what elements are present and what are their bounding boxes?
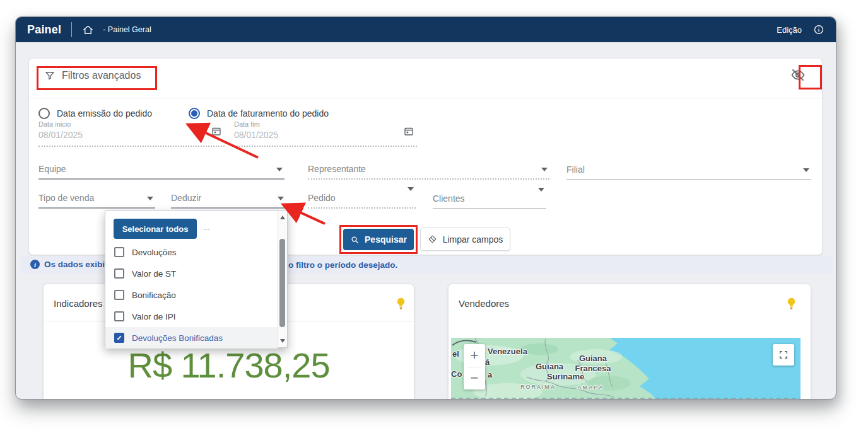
tipo-venda-select[interactable]: Tipo de venda [38,188,155,209]
filters-header-divider [29,98,822,98]
checkbox-checked-icon[interactable] [114,333,124,343]
date-start-field[interactable]: Data inicio 08/01/2025 [38,120,225,147]
chevron-down-icon[interactable] [408,187,414,191]
option-label: Valor de ST [132,269,176,279]
option-label: Devoluções Bonificadas [132,333,223,343]
checkbox-unchecked-icon[interactable] [114,247,124,257]
radio-data-faturamento[interactable]: Data de faturamento do pedido [189,108,329,119]
option-devolucoes[interactable]: Devoluções [105,241,278,263]
checkbox-unchecked-icon[interactable] [114,311,124,321]
dropdown-ellipsis: ... [203,222,210,232]
chevron-down-icon[interactable] [278,197,284,200]
lightbulb-icon[interactable] [786,297,797,313]
chevron-down-icon[interactable] [538,188,544,192]
calendar-icon[interactable] [403,125,414,139]
map-label-suriname: Suriname [547,372,584,381]
map-label-fragment: el [452,349,459,359]
equipe-select[interactable]: Equipe [38,159,284,180]
equipe-select-label: Equipe [38,164,66,174]
select-all-button[interactable]: Selecionar todos [114,219,197,239]
pedido-select[interactable]: Pedido [308,188,416,209]
header-divider [71,22,72,37]
date-type-radio-group: Data emissão do pedido Data de faturamen… [38,108,329,119]
eye-off-icon[interactable] [790,67,806,85]
calendar-icon[interactable] [211,125,222,139]
zoom-in-button[interactable]: + [464,344,485,367]
option-label: Devoluções [132,248,177,257]
indicator-value: R$ 11.738,25 [44,345,414,386]
map-label-venezuela: Venezuela [488,347,527,356]
checkbox-unchecked-icon[interactable] [114,290,124,300]
option-bonificacao[interactable]: Bonificação [105,284,278,306]
info-circle-icon: i [30,260,40,269]
search-button[interactable]: Pesquisar [343,229,414,250]
chevron-down-icon[interactable] [803,168,809,172]
map-label-roraima: RORAIMA [520,383,556,390]
eraser-icon [428,234,437,244]
dropdown-options-list: Devoluções Valor de ST Bonificação Valor… [105,241,278,349]
deduzir-select[interactable]: Deduzir [171,188,286,209]
breadcrumb: - Painel Geral [103,25,151,34]
map-label-fragment: á [485,357,490,367]
radio-data-emissao[interactable]: Data emissão do pedido [38,108,152,119]
fullscreen-button[interactable] [773,344,794,366]
page-content: Filtros avançados Data emissão do pedido [16,42,836,399]
filter-funnel-icon [44,70,56,81]
dropdown-scrollbar[interactable] [278,211,287,347]
option-devolucoes-bonificadas[interactable]: Devoluções Bonificadas [105,327,278,349]
scroll-up-icon[interactable] [280,216,285,219]
app-window: Painel - Painel Geral Edição [15,16,836,400]
filial-select-label: Filial [566,164,585,175]
filters-title: Filtros avançados [44,70,141,81]
map-label-fragment: a [488,370,492,379]
chevron-down-icon[interactable] [276,168,283,171]
lightbulb-icon[interactable] [396,297,406,313]
chevron-down-icon[interactable] [147,197,153,200]
radio-selected-icon[interactable] [189,108,200,119]
fullscreen-icon [778,350,789,360]
tipo-venda-select-label: Tipo de venda [38,193,94,203]
date-end-value[interactable]: 08/01/2025 [234,130,417,140]
info-text-right: o filtro o período desejado. [288,260,397,270]
date-start-label: Data inicio [38,120,225,128]
sellers-card-title: Vendedores [459,298,509,309]
clientes-select-label: Clientes [433,193,465,204]
map-label-amapa: AMAPÁ [577,384,604,391]
representante-select[interactable]: Representante [308,159,549,180]
radio-data-faturamento-label: Data de faturamento do pedido [207,108,329,118]
deduzir-select-label: Deduzir [171,193,201,203]
chevron-down-icon[interactable] [541,168,548,171]
date-end-label: Data fim [234,120,417,128]
info-icon[interactable] [813,24,824,35]
option-label: Valor de IPI [132,312,176,321]
radio-data-emissao-label: Data emissão do pedido [57,108,152,118]
filters-title-label: Filtros avançados [62,70,141,81]
option-valor-ipi[interactable]: Valor de IPI [105,306,278,327]
sellers-map[interactable]: el á Co a Venezuela Guiana Guiana France… [451,338,801,400]
home-icon[interactable] [82,24,94,36]
date-start-value[interactable]: 08/01/2025 [38,130,225,140]
clientes-select[interactable]: Clientes [433,188,546,209]
checkbox-unchecked-icon[interactable] [114,268,124,279]
deduzir-dropdown-panel: Selecionar todos ... Devoluções Valor de… [105,210,288,348]
radio-unselected-icon[interactable] [38,108,50,119]
option-label: Bonificação [132,291,176,300]
map-label-fragment: Co [451,369,462,379]
date-end-field[interactable]: Data fim 08/01/2025 [234,120,417,147]
sellers-card: Vendedores [449,284,811,400]
map-zoom-control: + − [464,344,485,389]
representante-select-label: Representante [308,164,366,174]
clear-fields-button[interactable]: Limpar campos [420,228,510,251]
scroll-down-icon[interactable] [280,339,285,343]
filial-select[interactable]: Filial [566,159,811,180]
scrollbar-thumb[interactable] [279,239,285,327]
search-icon [350,235,360,245]
map-label-guiana: Guiana [536,362,563,371]
edit-mode-button[interactable]: Edição [777,25,802,35]
map-label-guiana-francesa: Guiana Francesa [565,353,621,373]
app-header: Painel - Painel Geral Edição [16,17,836,42]
search-button-label: Pesquisar [365,234,407,245]
zoom-out-button[interactable]: − [464,367,485,390]
clear-fields-button-label: Limpar campos [443,234,503,245]
option-valor-st[interactable]: Valor de ST [105,263,278,284]
